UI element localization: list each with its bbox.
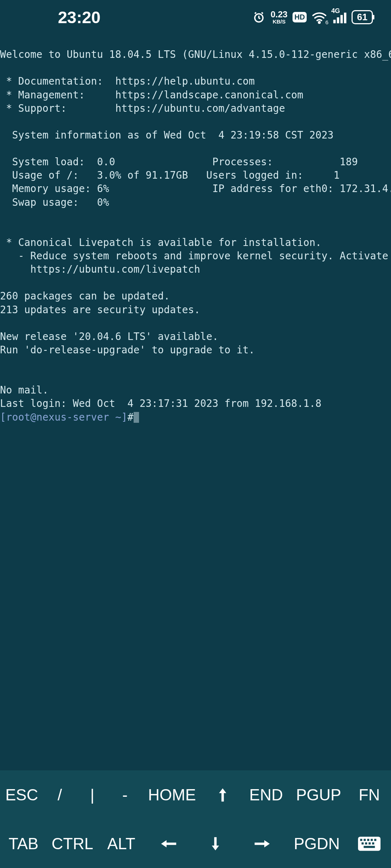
svg-rect-13	[365, 842, 367, 844]
key-pipe[interactable]: |	[76, 786, 109, 804]
svg-rect-9	[367, 839, 369, 841]
key-dash[interactable]: -	[109, 786, 141, 804]
motd-welcome: Welcome to Ubuntu 18.04.5 LTS (GNU/Linux…	[0, 48, 391, 60]
svg-rect-16	[363, 846, 375, 848]
svg-rect-14	[369, 842, 371, 844]
extra-keys-bar: ESC / | - HOME END PGUP FN TAB CTRL ALT	[0, 770, 391, 868]
alarm-icon	[252, 11, 265, 24]
svg-rect-12	[362, 842, 364, 844]
key-pgup[interactable]: PGUP	[290, 786, 348, 804]
svg-point-1	[319, 21, 320, 23]
key-keyboard-toggle[interactable]	[348, 836, 391, 852]
arrow-left-icon	[159, 837, 178, 851]
network-speed: 0.23 KB/S	[270, 10, 287, 24]
svg-rect-4	[340, 15, 343, 23]
svg-rect-2	[333, 20, 336, 23]
key-tab[interactable]: TAB	[0, 835, 47, 853]
svg-rect-15	[372, 842, 374, 844]
key-alt[interactable]: ALT	[98, 835, 145, 853]
key-right[interactable]	[239, 837, 286, 851]
wifi-icon: 6	[312, 11, 327, 24]
key-down[interactable]	[192, 835, 239, 852]
key-end[interactable]: END	[243, 786, 290, 804]
key-left[interactable]	[145, 837, 192, 851]
key-esc[interactable]: ESC	[0, 786, 43, 804]
hd-badge-icon: HD	[293, 12, 307, 22]
svg-rect-7	[360, 839, 362, 841]
key-fn[interactable]: FN	[348, 786, 391, 804]
svg-rect-3	[337, 17, 340, 23]
terminal-output[interactable]: Welcome to Ubuntu 18.04.5 LTS (GNU/Linux…	[0, 34, 391, 770]
key-up[interactable]	[203, 786, 243, 804]
key-pgdn[interactable]: PGDN	[286, 835, 348, 853]
battery-icon: 61	[352, 10, 373, 24]
cursor-block	[134, 412, 139, 423]
arrow-up-icon	[215, 786, 230, 804]
shell-prompt[interactable]: [root@nexus-server ~]#	[0, 411, 139, 423]
sysinfo-header: System information as of Wed Oct 4 23:19…	[0, 129, 334, 141]
key-ctrl[interactable]: CTRL	[47, 835, 98, 853]
svg-rect-5	[344, 12, 346, 23]
svg-rect-8	[363, 839, 366, 841]
arrow-right-icon	[253, 837, 272, 851]
svg-rect-11	[374, 839, 377, 841]
svg-rect-10	[371, 839, 373, 841]
arrow-down-icon	[208, 835, 223, 852]
android-status-bar: 23:20 0.23 KB/S HD 6 4G	[0, 0, 391, 34]
status-clock: 23:20	[58, 8, 101, 27]
key-slash[interactable]: /	[43, 786, 76, 804]
mobile-signal-icon: 4G	[332, 11, 346, 24]
keyboard-icon	[357, 836, 381, 852]
key-home[interactable]: HOME	[141, 786, 203, 804]
